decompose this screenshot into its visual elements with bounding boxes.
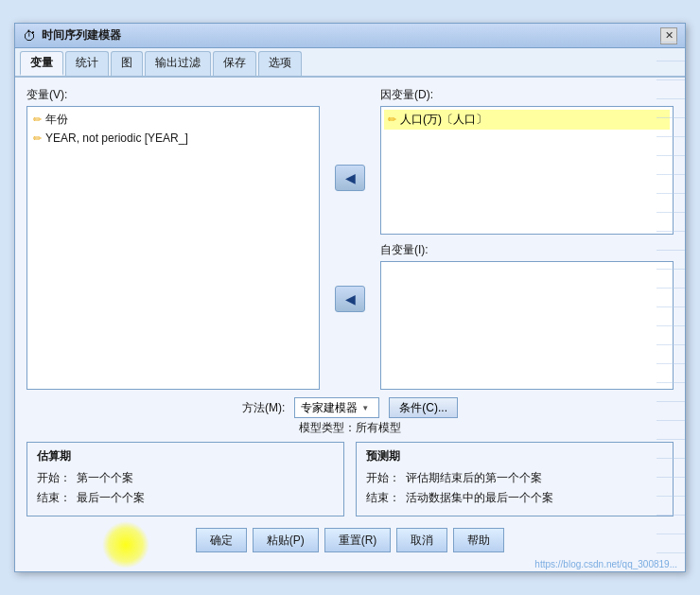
- forecast-end-value: 活动数据集中的最后一个个案: [406, 490, 553, 506]
- watermark: https://blog.csdn.net/qq_300819...: [534, 559, 677, 569]
- var-item-1: 年份: [45, 112, 68, 128]
- confirm-button[interactable]: 确定: [196, 528, 247, 552]
- method-row: 方法(M): 专家建模器 ▼ 条件(C)...: [26, 397, 674, 418]
- forecast-start-label: 开始：: [366, 470, 400, 486]
- dependent-panel: 因变量(D): ✏ 人口(万)〔人口〕: [380, 87, 674, 235]
- forecast-end-row: 结束： 活动数据集中的最后一个个案: [366, 490, 663, 506]
- title-bar: ⏱ 时间序列建模器 ✕: [15, 24, 685, 48]
- forecast-start-value: 评估期结束后的第一个个案: [406, 470, 542, 486]
- main-window: ⏱ 时间序列建模器 ✕ 变量 统计 图 输出过滤 保存 选项 变量(V): ✏ …: [14, 23, 686, 572]
- estimation-end-row: 结束： 最后一个个案: [37, 490, 334, 506]
- estimation-period-box: 估算期 开始： 第一个个案 结束： 最后一个个案: [26, 442, 344, 516]
- dependent-label: 因变量(D):: [380, 87, 674, 103]
- model-type-text: 模型类型：所有模型: [299, 421, 401, 434]
- list-item[interactable]: ✏ YEAR, not periodic [YEAR_]: [30, 130, 316, 147]
- move-right-button[interactable]: ◀: [335, 165, 365, 191]
- window-icon: ⏱: [23, 28, 36, 44]
- tab-chart[interactable]: 图: [111, 51, 143, 76]
- pencil-icon-1: ✏: [33, 114, 42, 126]
- estimation-period-title: 估算期: [37, 448, 334, 464]
- estimation-end-label: 结束：: [37, 490, 71, 506]
- method-dropdown[interactable]: 专家建模器 ▼: [294, 397, 379, 418]
- independent-panel: 自变量(I):: [380, 242, 674, 390]
- bottom-panels: 估算期 开始： 第一个个案 结束： 最后一个个案 预测期 开始： 评估期结束后的…: [26, 442, 674, 516]
- window-title: 时间序列建模器: [42, 27, 121, 44]
- var-item-2: YEAR, not periodic [YEAR_]: [45, 131, 188, 145]
- title-bar-left: ⏱ 时间序列建模器: [23, 27, 121, 44]
- middle-buttons: ◀ ◀: [331, 87, 369, 390]
- right-panel: 因变量(D): ✏ 人口(万)〔人口〕 自变量(I):: [380, 87, 674, 390]
- forecast-period-title: 预测期: [366, 448, 663, 464]
- method-value: 专家建模器: [301, 400, 358, 416]
- variables-label: 变量(V):: [26, 87, 320, 103]
- dep-var-item[interactable]: ✏ 人口(万)〔人口〕: [384, 110, 670, 130]
- estimation-start-value: 第一个个案: [77, 470, 133, 486]
- notebook-bg: [656, 24, 685, 571]
- pencil-icon-dep: ✏: [388, 114, 396, 126]
- independent-listbox[interactable]: [380, 261, 674, 390]
- estimation-end-value: 最后一个个案: [77, 490, 145, 506]
- cancel-button[interactable]: 取消: [396, 528, 447, 552]
- estimation-start-row: 开始： 第一个个案: [37, 470, 334, 486]
- tab-options[interactable]: 选项: [258, 51, 302, 76]
- help-button[interactable]: 帮助: [453, 528, 504, 552]
- two-panel-area: 变量(V): ✏ 年份 ✏ YEAR, not periodic [YEAR_]…: [26, 87, 674, 390]
- highlight-circle: [102, 521, 149, 569]
- tab-variables[interactable]: 变量: [20, 51, 63, 76]
- variables-listbox[interactable]: ✏ 年份 ✏ YEAR, not periodic [YEAR_]: [26, 106, 320, 390]
- condition-button[interactable]: 条件(C)...: [389, 397, 458, 418]
- tab-statistics[interactable]: 统计: [65, 51, 109, 76]
- paste-button[interactable]: 粘贴(P): [253, 528, 319, 552]
- method-label: 方法(M):: [242, 400, 285, 416]
- action-bar: 确定 粘贴(P) 重置(R) 取消 帮助: [26, 528, 674, 562]
- reset-button[interactable]: 重置(R): [324, 528, 392, 552]
- main-content: 变量(V): ✏ 年份 ✏ YEAR, not periodic [YEAR_]…: [15, 78, 685, 571]
- dependent-listbox[interactable]: ✏ 人口(万)〔人口〕: [380, 106, 674, 235]
- tab-save[interactable]: 保存: [213, 51, 256, 76]
- forecast-end-label: 结束：: [366, 490, 400, 506]
- tab-bar: 变量 统计 图 输出过滤 保存 选项: [15, 48, 685, 78]
- tab-output-filter[interactable]: 输出过滤: [145, 51, 211, 76]
- left-panel: 变量(V): ✏ 年份 ✏ YEAR, not periodic [YEAR_]: [26, 87, 320, 390]
- list-item[interactable]: ✏ 年份: [30, 110, 316, 130]
- dep-var-text: 人口(万)〔人口〕: [400, 112, 487, 128]
- pencil-icon-2: ✏: [33, 132, 42, 145]
- independent-label: 自变量(I):: [380, 242, 674, 258]
- model-type-row: 模型类型：所有模型: [26, 420, 674, 436]
- move-right-indep-button[interactable]: ◀: [335, 286, 365, 312]
- dropdown-arrow-icon: ▼: [361, 404, 369, 412]
- estimation-start-label: 开始：: [37, 470, 71, 486]
- forecast-period-box: 预测期 开始： 评估期结束后的第一个个案 结束： 活动数据集中的最后一个个案: [356, 442, 674, 516]
- forecast-start-row: 开始： 评估期结束后的第一个个案: [366, 470, 663, 486]
